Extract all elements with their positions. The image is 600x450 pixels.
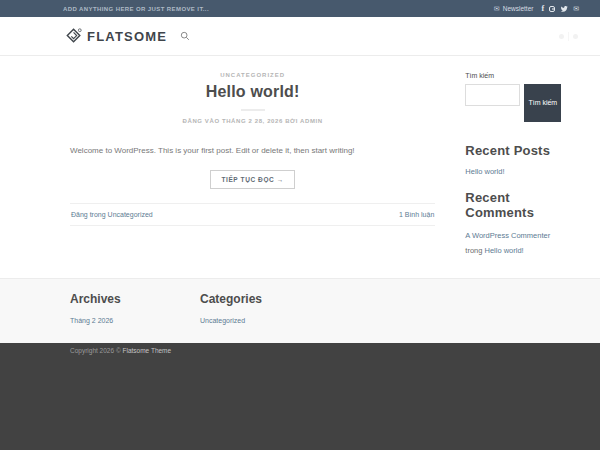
topbar: ADD ANYTHING HERE OR JUST REMOVE IT... ✉…	[0, 0, 600, 17]
read-more-button[interactable]: TIẾP TỤC ĐỌC →	[210, 170, 294, 189]
post-title[interactable]: Hello world!	[70, 83, 435, 101]
recent-comment-item: A WordPress Commenter trong Hello world!	[465, 228, 566, 258]
categories-title: Categories	[200, 292, 330, 306]
post-excerpt: Welcome to WordPress. This is your first…	[70, 145, 435, 156]
site-header: FLATSOME	[0, 17, 600, 56]
comment-author-link[interactable]: A WordPress Commenter	[465, 231, 550, 240]
copyright-text: Copyright 2026 © Flatsome Theme	[70, 347, 600, 354]
categories-link[interactable]: Uncategorized	[200, 317, 330, 324]
archives-title: Archives	[70, 292, 200, 306]
post-date-byline: ĐĂNG VÀO THÁNG 2 28, 2026 BỞI ADMIN	[70, 118, 435, 124]
posted-in-link[interactable]: Đăng trong Uncategorized	[71, 211, 153, 218]
topbar-message: ADD ANYTHING HERE OR JUST REMOVE IT...	[63, 6, 209, 12]
post-meta-row: Đăng trong Uncategorized 1 Bình luận	[70, 203, 435, 226]
facebook-icon[interactable]: f	[541, 5, 544, 13]
copyright-prefix: Copyright 2026 ©	[70, 347, 123, 354]
sidebar-search-button[interactable]: Tìm kiếm	[524, 84, 561, 122]
main-content: UNCATEGORIZED Hello world! ĐĂNG VÀO THÁN…	[0, 56, 600, 278]
title-divider	[241, 109, 265, 111]
logo-text: FLATSOME	[87, 29, 167, 44]
header-secondary-icons	[559, 32, 578, 41]
comment-connector: trong	[465, 246, 482, 255]
absolute-footer: Copyright 2026 © Flatsome Theme	[0, 343, 600, 450]
archives-month-link[interactable]: Tháng 2 2026	[70, 317, 200, 324]
site-logo[interactable]: FLATSOME	[66, 28, 167, 44]
sidebar-search-input[interactable]	[465, 84, 520, 106]
search-icon[interactable]	[180, 31, 190, 41]
twitter-icon[interactable]	[560, 5, 568, 13]
categories-widget: Categories Uncategorized	[200, 292, 330, 343]
flatsome-logo-icon	[66, 28, 82, 44]
recent-post-link[interactable]: Hello world!	[465, 167, 566, 176]
post-category[interactable]: UNCATEGORIZED	[70, 72, 435, 78]
newsletter-link[interactable]: ✉ Newsletter	[494, 5, 534, 12]
comments-count-link[interactable]: 1 Bình luận	[399, 211, 434, 218]
sidebar: Tìm kiếm Tìm kiếm Recent Posts Hello wor…	[465, 72, 566, 278]
comment-post-link[interactable]: Hello world!	[485, 246, 524, 255]
recent-posts-title: Recent Posts	[465, 143, 566, 158]
search-widget-label: Tìm kiếm	[465, 72, 566, 79]
post-article: UNCATEGORIZED Hello world! ĐĂNG VÀO THÁN…	[70, 72, 435, 278]
newsletter-label: Newsletter	[503, 5, 534, 12]
theme-link[interactable]: Flatsome Theme	[123, 347, 172, 354]
footer-widgets: Archives Tháng 2 2026 Categories Uncateg…	[0, 278, 600, 343]
email-icon[interactable]: ✉	[573, 5, 579, 12]
instagram-icon[interactable]	[549, 6, 555, 12]
recent-comments-title: Recent Comments	[465, 190, 566, 220]
archives-widget: Archives Tháng 2 2026	[70, 292, 200, 343]
envelope-icon: ✉	[494, 5, 500, 12]
